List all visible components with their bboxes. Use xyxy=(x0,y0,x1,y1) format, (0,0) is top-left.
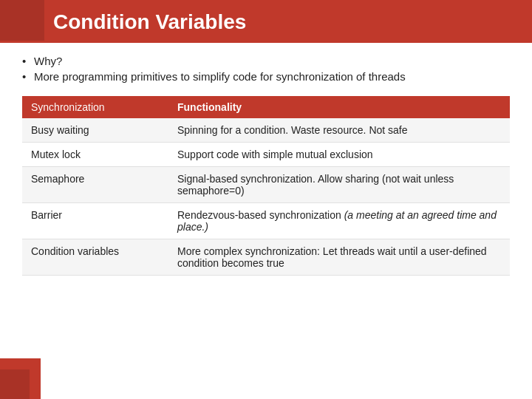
func-cell: Signal-based synchronization. Allow shar… xyxy=(168,167,510,203)
col-header-func: Functionality xyxy=(168,96,510,118)
bullet-item-1: Why? xyxy=(22,55,510,67)
sync-cell: Condition variables xyxy=(22,239,168,276)
table-row: SemaphoreSignal-based synchronization. A… xyxy=(22,167,510,203)
func-cell: Support code with simple mutual exclusio… xyxy=(168,143,510,167)
sync-cell: Busy waiting xyxy=(22,118,168,143)
col-header-sync: Synchronization xyxy=(22,96,168,118)
table-header-row: Synchronization Functionality xyxy=(22,96,510,118)
table-body: Busy waitingSpinning for a condition. Wa… xyxy=(22,118,510,276)
sync-cell: Barrier xyxy=(22,203,168,239)
func-cell: Rendezvous-based synchronization (a meet… xyxy=(168,203,510,239)
bullet-item-2: More programming primitives to simplify … xyxy=(22,70,510,83)
bullet-list: Why? More programming primitives to simp… xyxy=(22,55,510,83)
table-row: Condition variablesMore complex synchron… xyxy=(22,239,510,276)
sync-table: Synchronization Functionality Busy waiti… xyxy=(22,96,510,276)
table-row: Busy waitingSpinning for a condition. Wa… xyxy=(22,118,510,143)
table-row: Mutex lockSupport code with simple mutua… xyxy=(22,143,510,167)
page-title: Condition Variables xyxy=(53,10,246,34)
corner-accent xyxy=(0,358,41,399)
sync-cell: Mutex lock xyxy=(22,143,168,167)
corner-accent-inner xyxy=(0,369,30,399)
table-row: BarrierRendezvous-based synchronization … xyxy=(22,203,510,239)
content-area: Why? More programming primitives to simp… xyxy=(0,43,532,287)
sync-cell: Semaphore xyxy=(22,167,168,203)
func-cell: Spinning for a condition. Waste resource… xyxy=(168,118,510,143)
func-cell: More complex synchronization: Let thread… xyxy=(168,239,510,276)
top-bar-accent xyxy=(0,0,44,41)
